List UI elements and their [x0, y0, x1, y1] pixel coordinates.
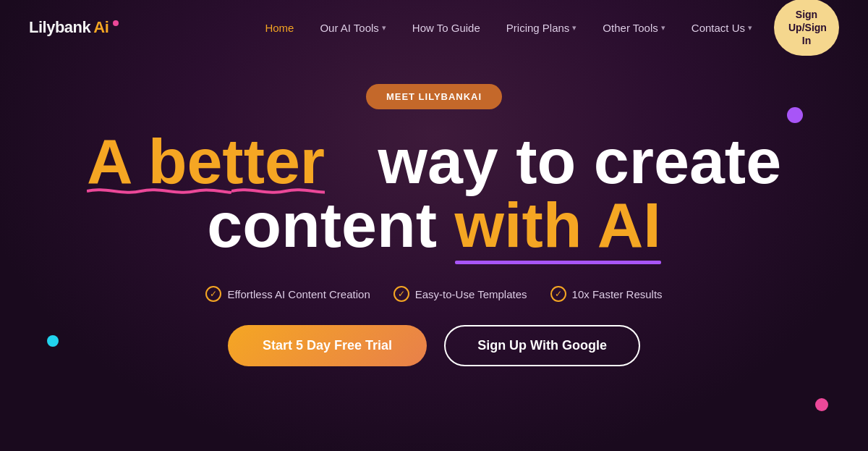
hero-section: MEET LILYBANKAI A better way to create c… — [0, 55, 868, 366]
feature-label-3: 10x Faster Results — [572, 288, 663, 300]
google-signup-button[interactable]: Sign Up With Google — [444, 325, 640, 366]
nav-link-contact[interactable]: Contact Us ▾ — [681, 16, 762, 40]
feature-item-2: ✓ Easy-to-Use Templates — [393, 286, 527, 302]
chevron-down-icon-pricing: ▾ — [572, 23, 576, 33]
nav-item-ai-tools[interactable]: Our AI Tools ▾ — [310, 16, 396, 40]
feature-item-1: ✓ Effortless AI Content Creation — [205, 286, 370, 302]
headline: A better way to create content with AI — [87, 130, 781, 257]
nav-menu: Home Our AI Tools ▾ How To Guide Pricing… — [255, 16, 762, 40]
headline-way: way to create — [343, 125, 782, 197]
meet-badge: MEET LILYBANKAI — [366, 84, 502, 109]
chevron-down-icon-contact: ▾ — [748, 23, 752, 33]
logo-text: Lilybank — [29, 18, 90, 37]
nav-link-how-to[interactable]: How To Guide — [402, 16, 490, 40]
headline-with-ai: with AI — [455, 193, 661, 257]
chevron-down-icon-other: ▾ — [661, 23, 665, 33]
features-row: ✓ Effortless AI Content Creation ✓ Easy-… — [205, 286, 662, 302]
chevron-down-icon: ▾ — [382, 23, 386, 33]
nav-item-contact[interactable]: Contact Us ▾ — [681, 16, 762, 40]
dot-pink-decoration — [815, 398, 828, 411]
logo-ai: Ai — [93, 18, 109, 37]
trial-button[interactable]: Start 5 Day Free Trial — [228, 325, 427, 366]
feature-label-1: Effortless AI Content Creation — [227, 288, 370, 300]
signup-button[interactable]: Sign Up/Sign In — [774, 0, 839, 56]
check-icon-1: ✓ — [205, 286, 221, 302]
nav-link-ai-tools[interactable]: Our AI Tools ▾ — [310, 16, 396, 40]
logo[interactable]: Lilybank Ai — [29, 18, 119, 37]
nav-item-other-tools[interactable]: Other Tools ▾ — [592, 16, 675, 40]
nav-link-home[interactable]: Home — [255, 16, 304, 40]
check-icon-2: ✓ — [393, 286, 409, 302]
nav-item-home[interactable]: Home — [255, 16, 304, 40]
logo-dot-decoration — [113, 20, 119, 26]
nav-link-other-tools[interactable]: Other Tools ▾ — [592, 16, 675, 40]
feature-label-2: Easy-to-Use Templates — [415, 288, 527, 300]
nav-item-pricing[interactable]: Pricing Plans ▾ — [496, 16, 587, 40]
cta-buttons: Start 5 Day Free Trial Sign Up With Goog… — [228, 325, 640, 366]
headline-better: A better — [87, 130, 325, 193]
feature-item-3: ✓ 10x Faster Results — [550, 286, 663, 302]
headline-line2: content with AI — [87, 193, 781, 257]
nav-item-how-to[interactable]: How To Guide — [402, 16, 490, 40]
navbar: Lilybank Ai Home Our AI Tools ▾ How To G… — [0, 0, 868, 55]
nav-link-pricing[interactable]: Pricing Plans ▾ — [496, 16, 587, 40]
headline-line1: A better way to create — [87, 130, 781, 193]
check-icon-3: ✓ — [550, 286, 566, 302]
headline-content: content — [207, 189, 454, 261]
